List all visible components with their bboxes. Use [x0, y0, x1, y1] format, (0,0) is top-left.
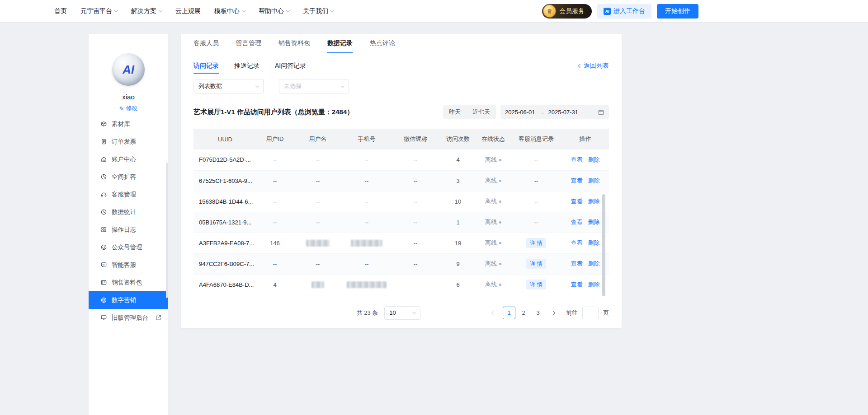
offline-status-label: 离线 [485, 239, 497, 246]
view-link[interactable]: 查看 [571, 260, 583, 267]
sub-tab-3[interactable]: AI问答记录 [275, 62, 306, 70]
cell-phone [343, 274, 391, 295]
tab-2[interactable]: 留言管理 [236, 34, 261, 53]
table-header-row: UUID用户ID用户名手机号微信昵称访问次数在线状态客服消息记录操作 [193, 129, 609, 149]
sidebar-item-monitor[interactable]: 旧版管理后台 [89, 309, 168, 326]
offline-status-label: 离线 [485, 198, 497, 205]
nav-item-3[interactable]: 解决方案 [131, 7, 162, 15]
start-create-button[interactable]: 开始创作 [657, 4, 698, 19]
table-row: 05B1675A-1321-9...--------1离线--查看删除 [193, 212, 609, 233]
sidebar-item-headset[interactable]: 客服管理 [89, 186, 168, 203]
delete-link[interactable]: 删除 [588, 198, 600, 205]
sidebar-menu: 素材库订单发票账户中心空间扩容客服管理数据统计操作日志公众号管理智能客服销售资料… [89, 120, 168, 326]
detail-tag[interactable]: 详情 [526, 259, 546, 269]
secondary-select[interactable]: 未选择 [279, 79, 349, 93]
member-service-button[interactable]: ♛ 会员服务 [542, 4, 592, 19]
sidebar-item-target[interactable]: 数字营销 [89, 291, 168, 309]
nav-item-5[interactable]: 模板中心 [214, 7, 245, 15]
offline-status-dot [499, 284, 501, 286]
chevron-down-icon [330, 9, 334, 12]
secondary-select-placeholder: 未选择 [284, 82, 302, 90]
nav-item-2[interactable]: 元宇宙平台 [80, 7, 118, 15]
sub-tab-2[interactable]: 推送记录 [234, 62, 259, 70]
last7days-button[interactable]: 近七天 [467, 105, 496, 119]
nav-item-1[interactable]: 首页 [54, 7, 67, 15]
tab-1[interactable]: 客服人员 [193, 34, 219, 53]
next-page-button[interactable] [547, 307, 560, 319]
tab-5[interactable]: 热点评论 [370, 34, 395, 53]
table-row: A3FFB2A9-EA08-7...146--19离线详情查看删除 [193, 233, 609, 253]
view-link[interactable]: 查看 [571, 281, 583, 288]
sidebar-item-chat[interactable]: 智能客服 [89, 256, 168, 274]
detail-tag[interactable]: 详情 [526, 280, 546, 289]
date-controls: 昨天 近七天 2025-06-01 → 2025-07-31 [443, 105, 609, 119]
cell-user-id: -- [257, 170, 293, 191]
column-header: 在线状态 [476, 129, 511, 149]
cell-username: -- [293, 212, 343, 233]
visitor-table: UUID用户ID用户名手机号微信昵称访问次数在线状态客服消息记录操作 F075D… [193, 129, 609, 295]
delete-link[interactable]: 删除 [588, 281, 600, 288]
invoice-icon [100, 138, 107, 145]
list-data-select[interactable]: 列表数据 [193, 79, 264, 93]
tab-3[interactable]: 销售资料包 [278, 34, 310, 53]
sidebar-item-label: 数据统计 [112, 208, 136, 216]
yesterday-button[interactable]: 昨天 [443, 105, 467, 119]
back-to-list-link[interactable]: 返回列表 [579, 62, 609, 70]
sidebar-item-expand[interactable]: 空间扩容 [89, 168, 168, 186]
nav-item-6[interactable]: 帮助中心 [259, 7, 289, 15]
cell-phone: -- [343, 149, 391, 170]
cell-uuid: 15638D4B-1D44-6... [193, 191, 257, 212]
view-link[interactable]: 查看 [571, 219, 583, 225]
cell-wechat-nickname: -- [391, 170, 440, 191]
sidebar-item-official-account[interactable]: 公众号管理 [89, 238, 168, 256]
tab-4[interactable]: 数据记录 [327, 34, 353, 53]
redacted-value [351, 240, 382, 247]
table-scrollbar[interactable] [602, 194, 605, 296]
sidebar-item-grid[interactable]: 操作日志 [89, 221, 168, 238]
page-unit-label: 页 [603, 309, 609, 317]
chevron-left-icon [578, 64, 582, 68]
edit-profile-link[interactable]: ✎ 修改 [119, 104, 138, 112]
view-link[interactable]: 查看 [571, 198, 583, 205]
enter-workspace-button[interactable]: AI 进入工作台 [597, 4, 651, 19]
sidebar-item-label: 订单发票 [112, 138, 136, 146]
external-link-icon [155, 314, 162, 321]
offline-status-dot [499, 242, 501, 244]
sidebar-scrollbar[interactable] [166, 163, 168, 298]
delete-link[interactable]: 删除 [588, 239, 600, 246]
box-icon [100, 121, 107, 127]
sidebar-item-invoice[interactable]: 订单发票 [89, 133, 168, 150]
nav-item-7[interactable]: 关于我们 [303, 7, 334, 15]
chevron-left-icon [491, 311, 495, 314]
page-button-1[interactable]: 1 [503, 307, 515, 319]
nav-item-4[interactable]: 云上观展 [175, 7, 201, 15]
page-button-2[interactable]: 2 [517, 307, 530, 319]
page-size-select[interactable]: 10 [384, 306, 420, 320]
page-button-3[interactable]: 3 [532, 307, 544, 319]
sub-tab-1[interactable]: 访问记录 [193, 62, 219, 70]
table-row: A4FA6870-E84B-D...46离线详情查看删除 [193, 274, 609, 295]
delete-link[interactable]: 删除 [588, 177, 600, 184]
delete-link[interactable]: 删除 [588, 219, 600, 225]
sidebar-item-folder[interactable]: 销售资料包 [89, 274, 168, 291]
nav-item-label: 帮助中心 [259, 7, 284, 15]
chevron-down-icon [159, 9, 162, 12]
view-link[interactable]: 查看 [571, 239, 583, 246]
sidebar-item-box[interactable]: 素材库 [89, 120, 168, 133]
delete-link[interactable]: 删除 [588, 156, 600, 163]
view-link[interactable]: 查看 [571, 177, 583, 184]
redacted-value [347, 281, 387, 288]
date-range-picker[interactable]: 2025-06-01 → 2025-07-31 [500, 105, 609, 119]
goto-page-input[interactable] [582, 307, 599, 319]
prev-page-button[interactable] [487, 307, 500, 319]
sidebar-item-account[interactable]: 账户中心 [89, 150, 168, 168]
username: xiao [89, 93, 168, 101]
delete-link[interactable]: 删除 [588, 260, 600, 267]
view-link[interactable]: 查看 [571, 156, 583, 163]
nav-item-label: 解决方案 [131, 7, 156, 15]
cell-visit-count: 19 [440, 233, 476, 253]
headset-icon [100, 191, 107, 198]
sidebar-item-stats[interactable]: 数据统计 [89, 203, 168, 221]
detail-tag[interactable]: 详情 [526, 238, 546, 248]
cell-visit-count: 1 [440, 212, 476, 233]
